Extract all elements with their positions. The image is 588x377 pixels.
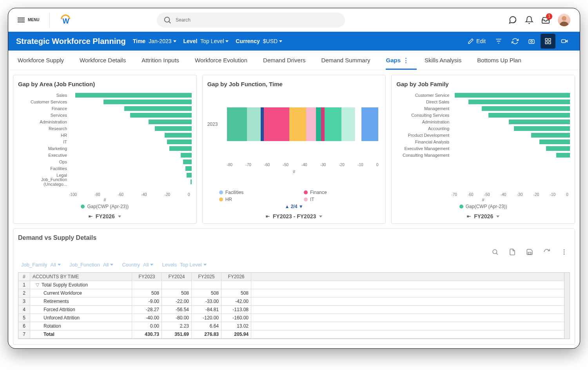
stack-segment[interactable] — [227, 107, 247, 141]
search-icon[interactable] — [492, 248, 499, 256]
bar-fill[interactable] — [191, 179, 192, 184]
bar-fill[interactable] — [130, 113, 191, 118]
legend-pager[interactable]: ▲ 2/4 ▼ — [207, 204, 381, 209]
stack-segment[interactable] — [306, 107, 316, 141]
avatar[interactable] — [558, 14, 570, 26]
bar-fill[interactable] — [185, 166, 192, 171]
filter-value[interactable]: All — [50, 262, 60, 268]
tab-menu-icon[interactable]: ⋮ — [403, 57, 409, 64]
tab-skills-analysis[interactable]: Skills Analysis — [425, 51, 461, 69]
bar-fill[interactable] — [546, 146, 570, 151]
grid-row[interactable]: 5Unforced Attrition-40.00-80.00-120.00-1… — [18, 314, 570, 322]
filter-value[interactable]: All — [143, 262, 153, 268]
bar-label: Facilities — [18, 166, 67, 171]
bar-fill[interactable] — [165, 133, 192, 138]
tab-bottoms-up-plan[interactable]: Bottoms Up Plan — [477, 51, 521, 69]
bar-fill[interactable] — [187, 173, 192, 178]
tab-workforce-supply[interactable]: Workforce Supply — [18, 51, 64, 69]
save-icon[interactable] — [526, 248, 533, 256]
grid-row[interactable]: 4Forced Attrition-28.27-56.54-84.81-113.… — [18, 306, 570, 314]
bar-fill[interactable] — [482, 106, 570, 111]
tab-gaps[interactable]: Gaps⋮ — [386, 51, 409, 69]
filter-button[interactable] — [491, 34, 506, 49]
bar-fill[interactable] — [509, 120, 570, 124]
bar-fill[interactable] — [167, 140, 192, 144]
refresh-button[interactable] — [508, 34, 523, 49]
grid-row[interactable]: 1▽Total Supply Evolution — [18, 281, 570, 289]
filter-value[interactable]: All — [103, 262, 113, 268]
bar-fill[interactable] — [124, 106, 192, 111]
brand-logo[interactable]: W — [60, 14, 71, 25]
bar-fill[interactable] — [531, 133, 570, 138]
edit-button[interactable]: Edit — [464, 38, 490, 44]
stack-segment[interactable] — [325, 107, 341, 141]
menu-button[interactable]: MENU — [18, 18, 39, 22]
grid-value: 508 — [221, 289, 251, 297]
top-bar: MENU W 1 — [8, 8, 580, 32]
tab-workforce-evolution[interactable]: Workforce Evolution — [195, 51, 247, 69]
grid-row[interactable]: 3Retirements-9.00-22.00-33.00-42.00 — [18, 297, 570, 306]
svg-point-0 — [165, 17, 170, 22]
chart-time-selector[interactable]: ⇤ FY2026 — [396, 213, 570, 219]
context-bar: Strategic Workforce Planning Time Jan-20… — [8, 32, 580, 51]
grid-row[interactable]: 7Total430.73351.69276.83205.94 — [18, 330, 570, 339]
bar-fill[interactable] — [169, 146, 191, 151]
bell-icon[interactable] — [525, 16, 534, 24]
grid-value: 6.64 — [192, 322, 221, 330]
grid-row[interactable]: 6Rotation0.002.236.6413.02 — [18, 322, 570, 330]
video-button[interactable] — [557, 34, 572, 49]
bar-label: Product Development — [396, 133, 449, 138]
bar-fill[interactable] — [455, 93, 570, 98]
bar-fill[interactable] — [514, 126, 570, 131]
data-grid[interactable]: #ACCOUNTS BY TIMEFY2023FY2024FY2025FY202… — [18, 272, 570, 339]
stack-segment[interactable] — [321, 107, 325, 141]
filter-value[interactable]: Top Level — [180, 262, 207, 268]
tab-workforce-details[interactable]: Workforce Details — [80, 51, 126, 69]
expand-icon[interactable]: ▽ — [36, 282, 39, 288]
stack-segment[interactable] — [261, 107, 264, 141]
camera-button[interactable] — [524, 34, 539, 49]
export-icon[interactable] — [509, 248, 516, 256]
bar-fill[interactable] — [103, 100, 192, 104]
level-selector[interactable]: Top Level — [200, 38, 229, 44]
bar-fill[interactable] — [556, 153, 570, 158]
search-input[interactable] — [176, 17, 339, 23]
grid-row[interactable]: 2Current Workforce508508508508 — [18, 289, 570, 297]
reload-icon[interactable] — [543, 248, 550, 256]
more-icon[interactable] — [561, 248, 568, 256]
scrollbar[interactable] — [564, 273, 570, 339]
bar-fill[interactable] — [155, 126, 192, 131]
tab-attrition-inputs[interactable]: Attrition Inputs — [142, 51, 179, 69]
chevron-down-icon — [150, 264, 153, 266]
svg-rect-6 — [549, 38, 551, 40]
bar-fill[interactable] — [539, 140, 570, 144]
stack-segment[interactable] — [341, 107, 355, 141]
bar-label: Executive Management — [396, 146, 449, 151]
chart-time-selector[interactable]: ⇤ FY2026 — [18, 213, 192, 219]
chart-area: 2023-80-70-60-50-40-30-20-100 — [207, 92, 381, 156]
stacked-bar[interactable] — [227, 107, 379, 141]
bar-fill[interactable] — [75, 93, 192, 98]
stack-segment[interactable] — [247, 107, 260, 141]
grid-view-button[interactable] — [541, 34, 555, 49]
chart-time-selector[interactable]: ⇤ FY2023 - FY2023 — [207, 213, 381, 219]
stack-segment[interactable] — [316, 107, 321, 141]
stack-segment[interactable] — [361, 107, 378, 141]
currency-selector[interactable]: $USD — [263, 38, 282, 44]
tab-demand-summary[interactable]: Demand Summary — [321, 51, 370, 69]
chat-icon[interactable] — [508, 16, 517, 24]
stack-segment[interactable] — [355, 107, 361, 141]
filter-label: Country — [122, 262, 140, 268]
time-selector[interactable]: Jan-2023 — [149, 38, 176, 44]
bar-fill[interactable] — [488, 113, 570, 118]
bar-fill[interactable] — [468, 100, 570, 104]
bar-fill[interactable] — [183, 160, 192, 164]
bar-fill[interactable] — [149, 120, 191, 124]
inbox-icon[interactable]: 1 — [541, 16, 550, 24]
bar-fill[interactable] — [181, 153, 192, 158]
tab-demand-drivers[interactable]: Demand Drivers — [263, 51, 305, 69]
stack-segment[interactable] — [289, 107, 306, 141]
search-box[interactable] — [157, 13, 345, 27]
stack-segment[interactable] — [264, 107, 289, 141]
grid-value: -28.27 — [132, 306, 162, 314]
